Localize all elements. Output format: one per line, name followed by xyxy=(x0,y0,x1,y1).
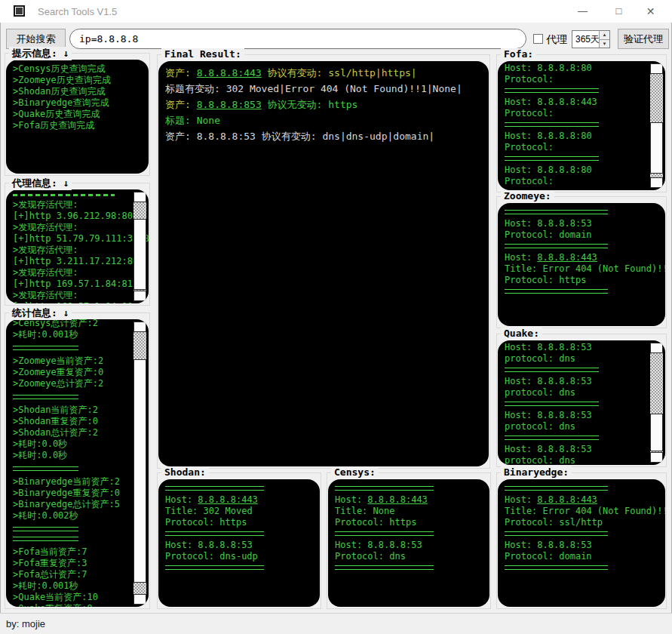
result-text: 标题有变动: 302 Moved|Error 404 (Not Found)!!… xyxy=(165,83,462,94)
stats-terminal: >Censys总计资产:2>耗时:0.001秒>Zoomeye当前资产:2>Zo… xyxy=(6,319,149,607)
entry-divider xyxy=(165,486,264,491)
entry-divider xyxy=(505,244,608,248)
scroll-down-button[interactable] xyxy=(650,452,663,463)
field-label: Protocol: xyxy=(505,551,559,562)
host-link[interactable]: 8.8.8.8:443 xyxy=(197,67,262,78)
field-value: domain xyxy=(559,229,591,240)
field-label: Protocol: xyxy=(505,74,554,85)
spinner-arrows[interactable]: ▲ ▼ xyxy=(599,31,609,48)
proxy-scrollbar[interactable] xyxy=(133,192,146,301)
host-line: Host: 8.8.8.8:80 xyxy=(505,63,645,74)
days-spinner[interactable]: 365天 ▲ ▼ xyxy=(572,30,610,48)
entry-divider xyxy=(505,531,608,536)
scroll-thumb[interactable] xyxy=(650,122,663,174)
host-line: Host: 8.8.8.8:53 xyxy=(505,540,658,551)
result-text: 资产: xyxy=(165,99,197,110)
field-label: Host: xyxy=(505,410,537,420)
terminal-line: >耗时:0.001秒 xyxy=(13,329,128,340)
stats-scrollbar[interactable] xyxy=(133,322,146,605)
scroll-track[interactable] xyxy=(650,353,663,452)
scroll-up-button[interactable] xyxy=(133,322,146,332)
stats-groupbox: 统计信息: ↓ >Censys总计资产:2>耗时:0.001秒>Zoomeye当… xyxy=(3,306,152,610)
field-value: https xyxy=(559,275,586,285)
entry-divider xyxy=(505,122,599,127)
shodan-groupbox: Shodan: Host: 8.8.8.8:443Title: 302 Move… xyxy=(155,466,323,610)
field-value: None xyxy=(373,506,395,516)
terminal-line: >Zoomeye当前资产:2 xyxy=(13,355,128,367)
stats-panel-title: 统计信息: ↓ xyxy=(9,306,72,320)
host-line: Host: 8.8.8.8:53 xyxy=(505,342,645,353)
scroll-thumb[interactable] xyxy=(133,359,146,583)
protocol-line: Protocol: dns-udp xyxy=(165,551,313,562)
field-label: Protocol: xyxy=(335,517,389,528)
terminal-line: >发现存活代理: xyxy=(13,245,128,256)
scroll-up-button[interactable] xyxy=(133,192,146,202)
entry-divider xyxy=(335,565,434,570)
protocol-line: Protocol: https xyxy=(505,275,658,286)
scroll-down-button[interactable] xyxy=(133,594,146,605)
field-value: https xyxy=(389,517,416,528)
spinner-down-icon[interactable]: ▼ xyxy=(600,40,609,48)
close-button[interactable]: ✕ xyxy=(634,0,667,23)
scroll-thumb[interactable] xyxy=(133,219,146,290)
host-link[interactable]: 8.8.8.8:443 xyxy=(367,494,427,505)
entry-divider xyxy=(505,486,608,491)
title-line: Title: None xyxy=(335,506,483,517)
terminal-line: >耗时:0.001秒 xyxy=(13,580,128,592)
field-value: dns xyxy=(389,551,406,562)
field-label: Host: xyxy=(335,494,367,505)
scroll-track[interactable] xyxy=(133,332,146,594)
app-icon xyxy=(14,5,25,17)
host-line: Host: 8.8.8.8:53 xyxy=(165,540,313,551)
proxy-groupbox: 代理信息: ↓ >发现存活代理:[+]http 3.96.212.98:80>发… xyxy=(3,177,152,306)
minimize-button[interactable]: — xyxy=(566,0,600,23)
title-line: Title: 302 Moved xyxy=(165,506,313,517)
scroll-thumb[interactable] xyxy=(650,414,663,451)
field-label: Host: xyxy=(505,131,537,141)
scroll-track[interactable] xyxy=(650,74,663,177)
field-value: 8.8.8.8:53 xyxy=(537,540,591,550)
host-link[interactable]: 8.8.8.8:443 xyxy=(537,494,597,505)
scroll-up-button[interactable] xyxy=(650,63,663,74)
field-value: Error 404 (Not Found)!!1 xyxy=(543,263,665,274)
result-text: 标题: None xyxy=(165,115,220,126)
host-link[interactable]: 8.8.8.8:443 xyxy=(537,252,597,263)
host-link[interactable]: 8.8.8.8:853 xyxy=(197,99,262,110)
entry-divider xyxy=(165,531,264,536)
terminal-line: >Shodan当前资产:2 xyxy=(13,405,128,416)
field-label: protocol: xyxy=(505,455,559,465)
host-line: Host: 8.8.8.8:53 xyxy=(505,218,658,229)
host-link[interactable]: 8.8.8.8:443 xyxy=(198,494,257,505)
spinner-up-icon[interactable]: ▲ xyxy=(600,31,609,40)
field-label: Protocol: xyxy=(165,551,219,562)
scroll-up-button[interactable] xyxy=(650,343,663,353)
protocol-line: Protocol: dns xyxy=(335,551,483,562)
clipped-text-row xyxy=(13,194,115,196)
entry-divider xyxy=(335,486,434,491)
terminal-line: >Shodan重复资产:0 xyxy=(13,416,128,427)
quake-scrollbar[interactable] xyxy=(650,343,663,463)
protocol-line: Protocol: domain xyxy=(505,229,658,241)
binaryedge-groupbox: Binaryedge: Host: 8.8.8.8:443Title: Erro… xyxy=(495,466,668,610)
days-value: 365天 xyxy=(575,33,600,46)
result-line: 资产: 8.8.8.8:443 协议有变动: ssl/http|https| xyxy=(165,65,482,81)
fofa-scrollbar[interactable] xyxy=(650,63,663,188)
proxy-checkbox[interactable] xyxy=(533,34,543,44)
terminal-line: >Binaryedge总计资产:5 xyxy=(13,499,128,510)
field-label: protocol: xyxy=(505,421,559,432)
proxy-lines: >发现存活代理:[+]http 3.96.212.98:80>发现存活代理:[+… xyxy=(13,199,128,303)
query-input[interactable] xyxy=(69,29,526,49)
terminal-line: >Fofa历史查询完成 xyxy=(13,120,142,131)
terminal-line: [+]http 169.57.1.84:80 xyxy=(13,301,128,303)
field-label: Protocol: xyxy=(505,108,554,118)
fofa-entries: Host: 8.8.8.8:80Protocol: Host: 8.8.8.8:… xyxy=(505,63,645,190)
scroll-down-button[interactable] xyxy=(650,177,663,188)
field-label: Host: xyxy=(505,342,537,352)
scroll-down-button[interactable] xyxy=(133,291,146,301)
entry-divider xyxy=(505,210,608,214)
field-label: Protocol: xyxy=(505,517,559,528)
scroll-track[interactable] xyxy=(133,202,146,291)
maximize-button[interactable]: □ xyxy=(602,0,636,23)
verify-proxy-button[interactable]: 验证代理 xyxy=(618,29,669,49)
start-search-button[interactable]: 开始搜索 xyxy=(6,29,66,49)
